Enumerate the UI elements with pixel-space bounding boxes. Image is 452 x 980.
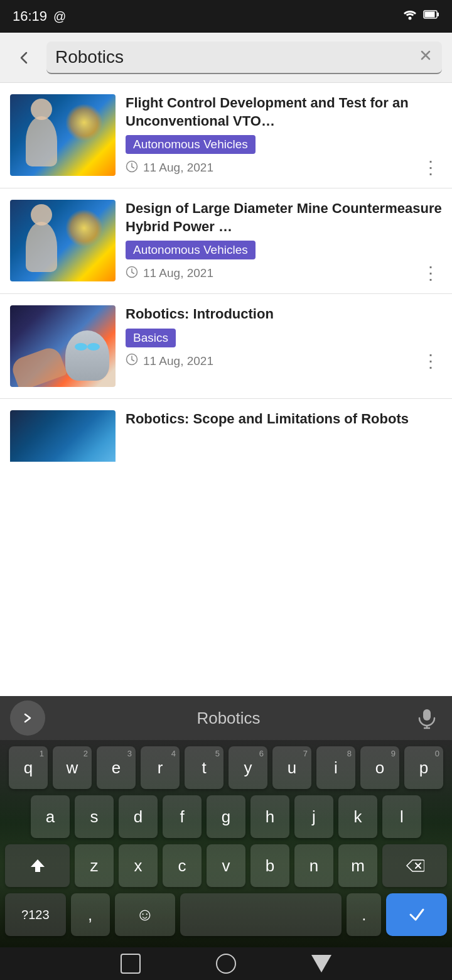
result-thumbnail xyxy=(10,200,116,281)
key-comma[interactable]: , xyxy=(71,893,110,936)
space-key[interactable] xyxy=(180,893,342,936)
emoji-key[interactable]: ☺ xyxy=(115,893,176,936)
svg-rect-7 xyxy=(423,709,431,721)
result-title: Flight Control Development and Test for … xyxy=(126,94,442,130)
key-x[interactable]: x xyxy=(119,844,158,887)
key-s[interactable]: s xyxy=(75,795,114,838)
svg-rect-2 xyxy=(425,12,435,18)
nav-recents-button[interactable] xyxy=(121,954,141,974)
result-content: Robotics: Introduction Basics 11 Aug, 20… xyxy=(126,305,442,370)
clock-icon xyxy=(126,160,138,176)
result-title: Design of Large Diameter Mine Countermea… xyxy=(126,200,442,236)
status-bar: 16:19 @ xyxy=(0,0,452,33)
bottom-nav xyxy=(0,947,452,980)
result-meta: 11 Aug, 2021 ⋮ xyxy=(126,264,442,282)
clear-search-button[interactable] xyxy=(418,47,433,67)
clock-icon xyxy=(126,353,138,369)
key-u[interactable]: u7 xyxy=(272,746,311,789)
wifi-icon xyxy=(402,8,418,24)
key-c[interactable]: c xyxy=(163,844,202,887)
key-m[interactable]: m xyxy=(338,844,377,887)
key-v[interactable]: v xyxy=(207,844,245,887)
key-f[interactable]: f xyxy=(163,795,202,838)
shift-key[interactable] xyxy=(5,844,70,887)
confirm-key[interactable] xyxy=(386,893,447,936)
suggestion-text[interactable]: Robotics xyxy=(53,709,404,728)
nav-back-button[interactable] xyxy=(311,955,331,972)
result-title: Robotics: Scope and Limitations of Robot… xyxy=(126,410,442,428)
result-tag[interactable]: Autonomous Vehicles xyxy=(126,135,256,154)
back-button[interactable] xyxy=(10,44,38,72)
result-item[interactable]: Flight Control Development and Test for … xyxy=(0,83,452,188)
result-item[interactable]: Design of Large Diameter Mine Countermea… xyxy=(0,188,452,294)
result-meta: 11 Aug, 2021 ⋮ xyxy=(126,159,442,177)
result-tag[interactable]: Basics xyxy=(126,329,176,347)
key-q[interactable]: q1 xyxy=(9,746,48,789)
search-query: Robotics xyxy=(55,47,124,67)
result-thumbnail xyxy=(10,94,116,176)
keyboard-row-1: q1 w2 e3 r4 t5 y6 u7 i8 o9 p0 xyxy=(5,746,447,789)
result-item-partial[interactable]: Robotics: Scope and Limitations of Robot… xyxy=(0,399,452,462)
symbols-key[interactable]: ?123 xyxy=(5,893,66,936)
keyboard: q1 w2 e3 r4 t5 y6 u7 i8 o9 p0 a s d f g … xyxy=(0,740,452,947)
status-time: 16:19 xyxy=(13,8,47,24)
suggestion-bar: Robotics xyxy=(0,696,452,740)
result-content: Flight Control Development and Test for … xyxy=(126,94,442,177)
key-r[interactable]: r4 xyxy=(141,746,180,789)
clock-icon xyxy=(126,266,138,281)
result-date: 11 Aug, 2021 xyxy=(126,353,213,369)
more-options-button[interactable]: ⋮ xyxy=(419,352,442,370)
key-t[interactable]: t5 xyxy=(185,746,223,789)
suggestion-expand-button[interactable] xyxy=(10,700,45,736)
result-meta: 11 Aug, 2021 ⋮ xyxy=(126,352,442,370)
status-right xyxy=(402,8,439,24)
svg-point-0 xyxy=(409,17,412,20)
keyboard-row-4: ?123 , ☺ . xyxy=(5,893,447,936)
key-d[interactable]: d xyxy=(119,795,158,838)
backspace-key[interactable] xyxy=(382,844,447,887)
key-h[interactable]: h xyxy=(250,795,289,838)
result-date: 11 Aug, 2021 xyxy=(126,160,213,176)
result-date: 11 Aug, 2021 xyxy=(126,266,213,281)
nav-triangle-icon xyxy=(311,955,331,972)
at-icon: @ xyxy=(53,9,66,24)
key-p[interactable]: p0 xyxy=(404,746,443,789)
svg-rect-3 xyxy=(437,13,439,16)
key-n[interactable]: n xyxy=(294,844,333,887)
keyboard-row-3: z x c v b n m xyxy=(5,844,447,887)
result-thumbnail xyxy=(10,410,116,462)
key-w[interactable]: w2 xyxy=(53,746,92,789)
status-left: 16:19 @ xyxy=(13,8,66,24)
key-z[interactable]: z xyxy=(75,844,114,887)
result-content: Robotics: Scope and Limitations of Robot… xyxy=(126,410,442,428)
nav-circle-icon xyxy=(216,954,236,974)
battery-icon xyxy=(423,8,439,24)
result-tag[interactable]: Autonomous Vehicles xyxy=(126,241,256,259)
key-e[interactable]: e3 xyxy=(97,746,136,789)
key-y[interactable]: y6 xyxy=(229,746,267,789)
search-bar: Robotics xyxy=(0,33,452,83)
key-period[interactable]: . xyxy=(347,893,381,936)
keyboard-overlay: Robotics q1 w2 e3 r4 t5 y6 u7 i8 o9 p0 xyxy=(0,696,452,947)
nav-square-icon xyxy=(121,954,141,974)
result-thumbnail xyxy=(10,305,116,387)
keyboard-row-2: a s d f g h j k l xyxy=(5,795,447,838)
key-a[interactable]: a xyxy=(31,795,70,838)
key-k[interactable]: k xyxy=(338,795,377,838)
key-l[interactable]: l xyxy=(382,795,421,838)
key-i[interactable]: i8 xyxy=(316,746,355,789)
key-j[interactable]: j xyxy=(294,795,333,838)
key-o[interactable]: o9 xyxy=(360,746,399,789)
result-content: Design of Large Diameter Mine Countermea… xyxy=(126,200,442,282)
mic-button[interactable] xyxy=(412,703,442,733)
result-title: Robotics: Introduction xyxy=(126,305,442,324)
nav-home-button[interactable] xyxy=(216,954,236,974)
more-options-button[interactable]: ⋮ xyxy=(419,159,442,177)
results-list: Flight Control Development and Test for … xyxy=(0,83,452,462)
search-input-wrapper[interactable]: Robotics xyxy=(46,41,442,74)
key-b[interactable]: b xyxy=(250,844,289,887)
more-options-button[interactable]: ⋮ xyxy=(419,264,442,282)
result-item[interactable]: Robotics: Introduction Basics 11 Aug, 20… xyxy=(0,294,452,399)
key-g[interactable]: g xyxy=(207,795,245,838)
